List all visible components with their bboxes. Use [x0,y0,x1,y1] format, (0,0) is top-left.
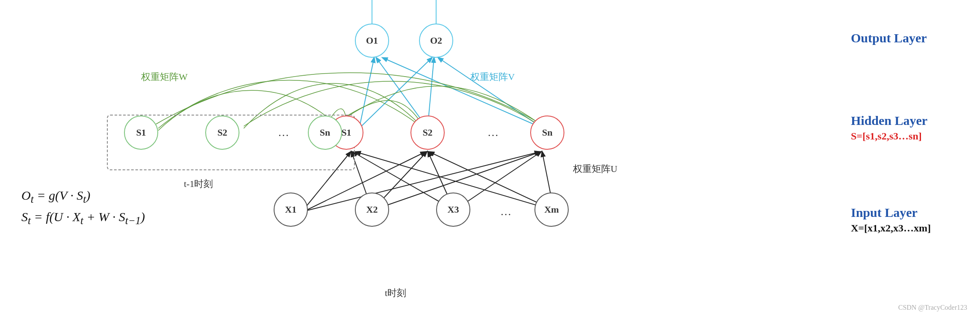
input-formula-label: X=[x1,x2,x3…xm] [851,222,931,234]
input-node-x3: X3 [436,193,470,227]
prev-time-label: t-1时刻 [184,178,213,190]
output-node-o2: O2 [419,24,453,58]
prev-hidden-node-sn: Sn [308,116,342,150]
hidden-layer-label: Hidden Layer [851,113,927,128]
input-node-xm: Xm [534,193,569,227]
weight-v-label: 权重矩阵V [470,71,515,83]
formula-line2: St = f(U · Xt + W · St−1) [21,210,145,227]
prev-hidden-dots: … [278,126,289,139]
input-node-x2: X2 [355,193,389,227]
svg-line-2 [359,58,374,128]
prev-hidden-node-s2: S2 [205,116,239,150]
input-node-x1: X1 [274,193,308,227]
watermark: CSDN @TracyCoder123 [898,304,967,311]
hidden-formula-label: S=[s1,s2,s3…sn] [851,130,922,142]
prev-hidden-node-s1: S1 [124,116,158,150]
formula-line1: Ot = g(V · St) [21,188,90,205]
hidden-node-sn: Sn [530,116,564,150]
svg-line-7 [438,58,543,128]
output-node-o1: O1 [355,24,389,58]
hidden-node-s2: S2 [410,116,445,150]
input-layer-label: Input Layer [851,205,918,220]
output-layer-label: Output Layer [851,31,927,45]
weight-u-label: 权重矩阵U [573,163,617,175]
input-dots: … [500,205,511,218]
hidden-dots-current: … [487,126,499,139]
svg-line-6 [383,58,543,128]
weight-w-label: 权重矩阵W [141,71,188,83]
curr-time-label: t时刻 [385,287,406,299]
